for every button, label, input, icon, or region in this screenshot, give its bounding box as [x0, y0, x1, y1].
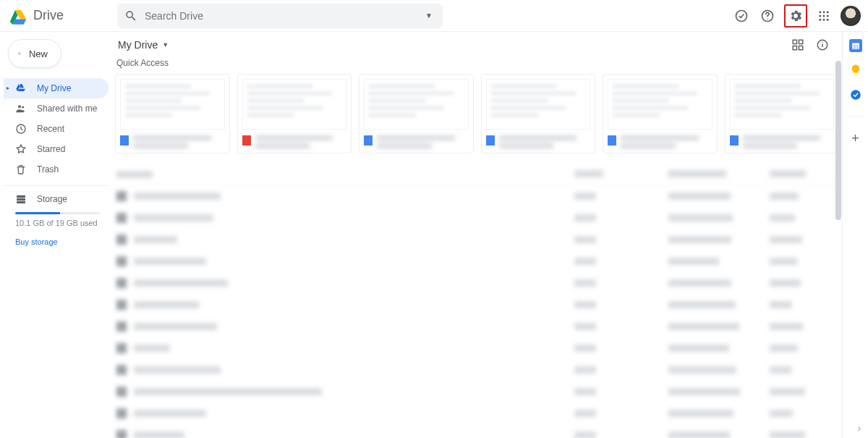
file-row[interactable] — [115, 424, 839, 438]
sidebar-item-starred[interactable]: Starred — [4, 139, 109, 159]
quick-access-card[interactable] — [481, 74, 596, 153]
quick-access-card[interactable] — [359, 74, 474, 153]
side-panel-collapse-icon[interactable]: › — [858, 423, 861, 434]
sidebar-item-storage[interactable]: Storage — [15, 190, 100, 208]
file-row[interactable] — [115, 381, 839, 403]
svg-point-5 — [827, 11, 829, 13]
file-row[interactable] — [115, 403, 839, 424]
svg-point-2 — [767, 18, 767, 19]
search-input[interactable] — [145, 10, 415, 22]
svg-point-24 — [822, 42, 823, 43]
file-type-icon — [116, 213, 127, 223]
nav-label: Shared with me — [37, 104, 97, 114]
file-row[interactable] — [115, 337, 839, 359]
file-type-icon — [116, 321, 127, 332]
svg-rect-18 — [793, 40, 796, 43]
side-app-tasks[interactable] — [849, 88, 862, 101]
new-button[interactable]: New — [8, 39, 61, 68]
file-type-icon — [116, 256, 127, 266]
svg-point-28 — [851, 90, 861, 100]
account-avatar[interactable] — [841, 6, 861, 26]
side-app-keep[interactable] — [849, 64, 862, 77]
svg-rect-19 — [799, 40, 803, 43]
storage-progress-bar — [15, 212, 100, 214]
drive-logo-icon — [9, 7, 27, 25]
sidebar: New ▸ My Drive Shared with me Recent — [0, 32, 112, 438]
file-row[interactable] — [115, 359, 839, 381]
grid-view-button[interactable] — [788, 35, 807, 54]
file-row[interactable] — [115, 272, 839, 294]
svg-point-8 — [827, 14, 829, 17]
apps-grid-icon[interactable] — [814, 7, 833, 25]
quick-access-card[interactable] — [725, 74, 840, 153]
file-type-icon — [116, 387, 127, 397]
trash-icon — [15, 164, 27, 175]
file-list-header[interactable] — [115, 164, 839, 185]
file-row[interactable] — [115, 229, 839, 250]
search-bar[interactable]: ▼ — [117, 4, 443, 28]
ready-offline-icon[interactable] — [732, 7, 751, 25]
svg-rect-16 — [17, 198, 25, 201]
side-panel-add-button[interactable]: + — [851, 131, 859, 146]
file-row[interactable] — [115, 185, 839, 207]
svg-point-0 — [736, 10, 747, 21]
svg-point-12 — [18, 105, 21, 108]
svg-point-10 — [823, 18, 825, 20]
logo-area[interactable]: Drive — [9, 7, 117, 25]
support-icon[interactable] — [758, 7, 777, 25]
file-list — [115, 185, 839, 438]
content-area: My Drive ▼ Quick Access — [112, 32, 842, 438]
file-row[interactable] — [115, 207, 839, 229]
file-type-icon — [116, 191, 127, 201]
doc-thumbnail — [364, 79, 469, 130]
file-type-icon — [116, 343, 127, 353]
quick-access-card[interactable] — [237, 74, 352, 153]
header-actions — [732, 4, 861, 28]
details-button[interactable] — [813, 35, 832, 54]
app-name: Drive — [33, 8, 64, 23]
side-app-calendar[interactable]: 31 — [849, 39, 862, 52]
doc-type-icon — [120, 135, 129, 146]
sidebar-item-recent[interactable]: Recent — [4, 119, 109, 139]
sidebar-item-trash[interactable]: Trash — [4, 159, 109, 180]
settings-gear-icon[interactable] — [786, 7, 805, 25]
storage-label: Storage — [37, 194, 67, 204]
storage-icon — [15, 193, 27, 205]
svg-point-4 — [823, 11, 825, 13]
expand-caret-icon[interactable]: ▸ — [7, 85, 9, 91]
settings-button-highlighted[interactable] — [784, 4, 807, 28]
doc-type-icon — [730, 135, 739, 146]
breadcrumb-my-drive[interactable]: My Drive ▼ — [115, 36, 171, 54]
quick-access-card[interactable] — [115, 74, 230, 153]
nav-label: My Drive — [37, 83, 71, 93]
scrollbar-thumb[interactable] — [835, 61, 841, 220]
buy-storage-link[interactable]: Buy storage — [15, 237, 100, 246]
file-row[interactable] — [115, 316, 839, 337]
file-type-icon — [116, 278, 127, 288]
mydrive-icon — [15, 83, 27, 94]
svg-point-9 — [819, 18, 821, 20]
doc-thumbnail — [120, 79, 225, 130]
nav-label: Trash — [37, 164, 59, 174]
file-row[interactable] — [115, 294, 839, 316]
sidebar-item-my-drive[interactable]: My Drive — [4, 78, 109, 98]
file-type-icon — [116, 430, 127, 439]
file-row[interactable] — [115, 250, 839, 272]
search-options-dropdown[interactable]: ▼ — [422, 9, 435, 22]
plus-icon — [17, 46, 22, 61]
recent-icon — [15, 123, 27, 135]
star-icon — [15, 143, 27, 155]
file-type-icon — [116, 365, 127, 375]
breadcrumb-label: My Drive — [118, 39, 158, 51]
quick-access-card[interactable] — [603, 74, 718, 153]
svg-point-7 — [823, 14, 825, 17]
chevron-down-icon: ▼ — [162, 41, 169, 49]
doc-type-icon — [242, 135, 251, 146]
svg-rect-20 — [793, 46, 796, 50]
doc-thumbnail — [242, 79, 347, 130]
sidebar-item-shared[interactable]: Shared with me — [4, 98, 109, 119]
doc-type-icon — [608, 135, 616, 146]
svg-rect-21 — [799, 46, 803, 50]
doc-thumbnail — [730, 79, 835, 130]
nav-label: Recent — [37, 124, 64, 134]
